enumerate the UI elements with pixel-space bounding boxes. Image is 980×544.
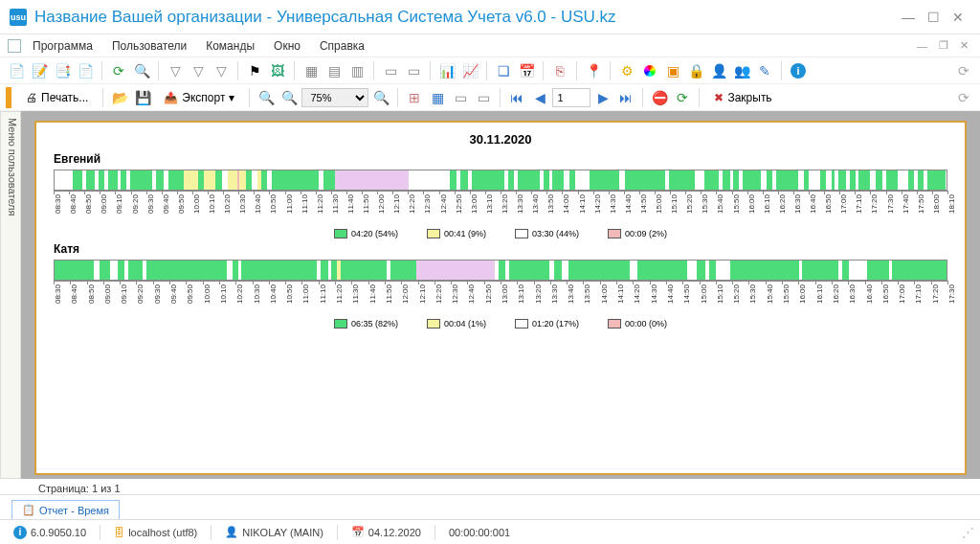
multi-page-icon[interactable]: ▭ [473,87,494,108]
prev-page-icon[interactable]: ◀ [529,87,550,108]
zoom-select[interactable]: 75% [301,88,368,107]
timeline-legend: 06:35 (82%)00:04 (1%)01:20 (17%)00:00 (0… [54,319,947,329]
calendar-icon[interactable]: 📅 [516,60,537,81]
user-timeline-block: Евгений08:3008:4008:5009:0009:1009:2009:… [54,152,947,238]
status-host: localhost (utf8) [128,527,197,538]
close-label: Закрыть [727,91,771,104]
user-timeline-block: Катя08:3008:4008:5009:0009:1009:2009:300… [54,242,947,329]
info-icon[interactable]: i [788,60,809,81]
list2-icon[interactable]: ▤ [323,60,345,81]
print-button[interactable]: 🖨 Печать... [17,87,97,108]
time-axis: 08:3008:4008:5009:0009:1009:2009:3009:40… [54,191,947,227]
menu-program[interactable]: Программа [25,37,100,55]
pin-icon[interactable]: 📍 [583,60,604,81]
delete-doc-icon[interactable]: 📄 [75,60,96,81]
status-user: NIKOLAY (MAIN) [242,527,323,538]
child-close-button[interactable]: ✕ [956,39,972,52]
menu-icon [8,39,21,53]
users-icon[interactable]: 👥 [731,60,752,81]
child-restore-button[interactable]: ❐ [935,39,952,52]
menu-commands[interactable]: Команды [198,37,262,55]
page-input[interactable] [552,88,590,107]
refresh2-icon[interactable]: ⟳ [953,60,974,81]
menu-window[interactable]: Окно [266,37,308,55]
menu-users[interactable]: Пользователи [104,37,194,55]
user-name-label: Катя [54,242,947,256]
copy-doc-icon[interactable]: 📑 [52,60,73,81]
timeline-legend: 04:20 (54%)00:41 (9%)03:30 (44%)00:09 (2… [54,229,947,238]
user-name-label: Евгений [54,152,947,166]
list3-icon[interactable]: ▥ [346,60,368,81]
last-page-icon[interactable]: ⏭ [615,87,636,108]
open-icon[interactable]: 📂 [109,87,130,108]
list1-icon[interactable]: ▦ [301,60,322,81]
resize-grip[interactable]: ⋰ [962,525,972,539]
side-tab-user-menu[interactable]: Меню пользователя [0,111,21,479]
chart2-icon[interactable]: 📈 [459,60,480,81]
close-window-button[interactable]: ✕ [946,8,970,27]
filter-clear-icon[interactable]: ▽ [188,60,209,81]
gear-icon[interactable]: ⚙ [616,60,637,81]
next-page-icon[interactable]: ▶ [592,87,613,108]
report-page: 30.11.2020 Евгений08:3008:4008:5009:0009… [34,121,967,475]
picture-icon[interactable]: 🖼 [267,60,288,81]
refresh-icon[interactable]: ⟳ [108,60,129,81]
new-icon[interactable]: 📄 [6,60,27,81]
report-tab-icon: 📋 [22,504,35,516]
zoom-out-icon[interactable]: 🔍 [256,87,277,108]
document-tabs: 📋 Отчет - Время [0,494,980,519]
zoom-in-icon[interactable]: 🔍 [370,87,391,108]
user-icon[interactable]: 👤 [708,60,729,81]
filter-icon[interactable]: ▽ [165,60,186,81]
info-status-icon: i [13,526,27,539]
wand-icon[interactable]: ✎ [754,60,775,81]
close-report-button[interactable]: ✖ Закрыть [705,87,780,108]
titlebar: usu Название Вашей организации - Универс… [0,0,980,34]
child-minimize-button[interactable]: — [913,40,931,52]
save-icon[interactable]: 💾 [132,87,153,108]
menu-help[interactable]: Справка [312,37,372,55]
exit-icon[interactable]: ⎘ [549,60,570,81]
filter-drop-icon[interactable]: ▽ [211,60,232,81]
report-toolbar: 🖨 Печать... 📂 💾 📤 Экспорт ▾ 🔍 🔍 75% 🔍 ⊞ … [0,84,980,111]
toolbar-grip [6,87,11,108]
report-date: 30.11.2020 [54,132,947,147]
tab-report-time[interactable]: 📋 Отчет - Время [11,500,120,519]
time-axis: 08:3008:4008:5009:0009:1009:2009:3009:40… [54,281,947,317]
print-label: Печать... [41,91,88,104]
tree-icon[interactable]: ⊞ [404,87,425,108]
window-title: Название Вашей организации - Универсальн… [34,8,896,27]
menubar: Программа Пользователи Команды Окно Спра… [0,34,980,57]
zoom-fit-icon[interactable]: 🔍 [278,87,300,108]
maximize-button[interactable]: ☐ [921,8,946,27]
activity-timeline [54,170,947,191]
status-version: 6.0.9050.10 [31,527,86,538]
reload-icon[interactable]: ⟳ [672,87,693,108]
color-icon[interactable] [639,60,660,81]
page-indicator: Страница: 1 из 1 [0,479,980,494]
search-icon[interactable]: 🔍 [131,60,152,81]
flag-icon[interactable]: ⚑ [244,60,265,81]
edit-icon[interactable]: 📝 [29,60,50,81]
report-viewport: 30.11.2020 Евгений08:3008:4008:5009:0009… [21,111,980,479]
lock-icon[interactable]: 🔒 [685,60,706,81]
cards-icon[interactable]: ▭ [380,60,401,81]
cards2-icon[interactable]: ▭ [403,60,424,81]
statusbar: i6.0.9050.10 🗄localhost (utf8) 👤NIKOLAY … [0,519,980,544]
page-icon[interactable]: ▭ [450,87,471,108]
status-counter: 00:00:00:001 [449,527,510,538]
refresh3-icon[interactable]: ⟳ [953,87,974,108]
calendar-status-icon: 📅 [351,526,365,538]
window-icon[interactable]: ❏ [493,60,514,81]
first-page-icon[interactable]: ⏮ [506,87,527,108]
tab-label: Отчет - Время [39,505,109,516]
stop-icon[interactable]: ⛔ [649,87,670,108]
user-status-icon: 👤 [225,526,238,538]
thumbs-icon[interactable]: ▦ [427,87,448,108]
export-button[interactable]: 📤 Экспорт ▾ [155,87,243,108]
activity-timeline [54,260,947,281]
status-date: 04.12.2020 [368,527,421,538]
rss-icon[interactable]: ▣ [662,60,683,81]
minimize-button[interactable]: — [896,8,921,27]
chart-icon[interactable]: 📊 [436,60,457,81]
